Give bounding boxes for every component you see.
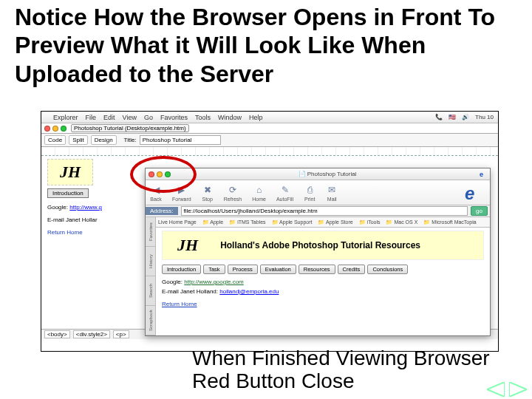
bg-intro-tab[interactable]: Introduction bbox=[47, 188, 89, 198]
dw-ruler bbox=[41, 147, 498, 156]
slide-nav bbox=[486, 381, 528, 398]
home-icon: ⌂ bbox=[253, 184, 265, 196]
dw-document-bar: Photoshop Tutorial (Desktop/example.htm) bbox=[41, 123, 498, 134]
autofill-button[interactable]: ✎AutoFill bbox=[276, 184, 293, 202]
dw-minimize-icon[interactable] bbox=[52, 126, 58, 132]
print-button[interactable]: ⎙Print bbox=[304, 184, 316, 202]
next-slide-button[interactable] bbox=[508, 381, 528, 398]
dw-close-icon[interactable] bbox=[44, 126, 50, 132]
stop-button[interactable]: ✖Stop bbox=[202, 184, 214, 202]
svg-marker-0 bbox=[487, 382, 505, 397]
menu-window[interactable]: Window bbox=[218, 114, 242, 121]
tab-evaluation[interactable]: Evaluation bbox=[260, 265, 296, 274]
dw-zoom-icon[interactable] bbox=[61, 126, 66, 132]
fav-apple[interactable]: Apple bbox=[202, 219, 223, 225]
stop-icon: ✖ bbox=[202, 184, 214, 196]
page-jh-logo: JH bbox=[168, 234, 207, 256]
print-icon: ⎙ bbox=[304, 184, 316, 196]
prev-slide-button[interactable] bbox=[486, 381, 505, 398]
dw-design-button[interactable]: Design bbox=[91, 135, 117, 145]
browser-zoom-button[interactable] bbox=[165, 171, 171, 177]
ie-logo-icon: e bbox=[480, 171, 487, 178]
page-google-link[interactable]: http://www.google.com bbox=[184, 279, 243, 285]
dw-tag-div[interactable]: <div.style2> bbox=[73, 330, 110, 338]
menu-go[interactable]: Go bbox=[144, 114, 153, 121]
forward-icon: ▶ bbox=[176, 184, 188, 196]
side-tab-history[interactable]: History bbox=[146, 247, 155, 276]
mail-icon: ✉ bbox=[326, 184, 338, 196]
menu-file[interactable]: File bbox=[86, 114, 97, 121]
page-email-link[interactable]: hollandj@emporia.edu bbox=[219, 288, 279, 295]
fav-mactopia[interactable]: Microsoft MacTopia bbox=[423, 219, 476, 225]
side-tab-search[interactable]: Search bbox=[146, 276, 155, 306]
page-google-label: Google: bbox=[162, 279, 183, 285]
bg-google-link[interactable]: http://www.g bbox=[69, 204, 102, 211]
svg-marker-1 bbox=[509, 382, 527, 397]
screenshot-stage: Explorer File Edit View Go Favorites Too… bbox=[41, 111, 499, 352]
browser-toolbar: ◀Back ▶Forward ✖Stop ⟳Refresh ⌂Home ✎Aut… bbox=[146, 180, 490, 205]
ie-throbber-icon: e bbox=[465, 183, 485, 204]
phone-icon[interactable]: 📞 bbox=[435, 114, 443, 120]
page-tabs: Introduction Task Process Evaluation Res… bbox=[162, 265, 484, 274]
clock[interactable]: Thu 10 bbox=[475, 114, 494, 120]
browser-side-tabs: Favorites History Search Scrapbook bbox=[146, 217, 156, 335]
side-tab-favorites[interactable]: Favorites bbox=[146, 217, 155, 247]
tab-credits[interactable]: Credits bbox=[338, 265, 366, 274]
tab-resources[interactable]: Resources bbox=[299, 265, 335, 274]
menu-favorites[interactable]: Favorites bbox=[160, 114, 188, 121]
autofill-icon: ✎ bbox=[279, 184, 291, 196]
back-icon: ◀ bbox=[150, 184, 162, 196]
page-email-label: E-mail Janet Holland: bbox=[162, 288, 218, 295]
page-hero-title: Holland's Adobe Photoshop Tutorial Resou… bbox=[220, 240, 420, 250]
tab-conclusions[interactable]: Conclusions bbox=[367, 265, 408, 274]
bg-google-label: Google: bbox=[47, 204, 68, 211]
refresh-icon: ⟳ bbox=[227, 184, 239, 196]
address-bar: Address: file://localhost/Users/jholland… bbox=[146, 205, 490, 217]
address-input[interactable]: file://localhost/Users/jholland/Desktop/… bbox=[181, 206, 468, 216]
refresh-button[interactable]: ⟳Refresh bbox=[224, 184, 242, 202]
menu-help[interactable]: Help bbox=[249, 114, 263, 121]
fav-macosx[interactable]: Mac OS X bbox=[386, 219, 417, 225]
dw-code-button[interactable]: Code bbox=[44, 135, 66, 145]
favorites-bar: Live Home Page Apple iTMS Tables Apple S… bbox=[146, 217, 490, 228]
fav-live-home[interactable]: Live Home Page bbox=[150, 219, 197, 225]
dw-tag-p[interactable]: <p> bbox=[113, 330, 129, 338]
fav-support[interactable]: Apple Support bbox=[272, 219, 313, 225]
slide-bottom-text: When Finished Viewing Browser Red Button… bbox=[192, 347, 532, 393]
address-label: Address: bbox=[146, 207, 178, 215]
tab-introduction[interactable]: Introduction bbox=[162, 265, 201, 274]
back-button[interactable]: ◀Back bbox=[150, 184, 162, 202]
dw-title-label: Title: bbox=[124, 137, 137, 143]
menu-explorer[interactable]: Explorer bbox=[53, 114, 78, 121]
menu-edit[interactable]: Edit bbox=[103, 114, 115, 121]
dw-title-input[interactable] bbox=[140, 135, 221, 145]
fav-itms[interactable]: iTMS Tables bbox=[229, 219, 265, 225]
browser-title: 📄 Photoshop Tutorial bbox=[175, 171, 480, 177]
browser-titlebar[interactable]: 📄 Photoshop Tutorial e bbox=[146, 168, 490, 180]
go-button[interactable]: go bbox=[471, 206, 488, 216]
browser-minimize-button[interactable] bbox=[157, 171, 163, 177]
tab-process[interactable]: Process bbox=[228, 265, 258, 274]
dw-split-button[interactable]: Split bbox=[69, 135, 88, 145]
tab-task[interactable]: Task bbox=[203, 265, 225, 274]
dw-toolbar: Code Split Design Title: bbox=[41, 134, 498, 147]
menu-tools[interactable]: Tools bbox=[195, 114, 211, 121]
mac-menubar: Explorer File Edit View Go Favorites Too… bbox=[41, 112, 498, 123]
mail-button[interactable]: ✉Mail bbox=[326, 184, 338, 202]
menu-view[interactable]: View bbox=[123, 114, 137, 121]
dw-tag-body[interactable]: <body> bbox=[44, 330, 70, 338]
side-tab-scrapbook[interactable]: Scrapbook bbox=[146, 306, 155, 335]
browser-page: JH Holland's Adobe Photoshop Tutorial Re… bbox=[156, 228, 490, 335]
volume-icon[interactable]: 🔊 bbox=[462, 114, 469, 120]
browser-close-button[interactable] bbox=[149, 171, 154, 177]
flag-icon[interactable]: 🇺🇸 bbox=[449, 114, 456, 120]
page-return-link[interactable]: Return Home bbox=[162, 301, 484, 307]
forward-button[interactable]: ▶Forward bbox=[172, 184, 191, 202]
slide-title: Notice How the Browser Opens in Front To… bbox=[0, 0, 532, 94]
fav-store[interactable]: Apple Store bbox=[318, 219, 352, 225]
fav-itools[interactable]: iTools bbox=[359, 219, 381, 225]
dw-document-tab[interactable]: Photoshop Tutorial (Desktop/example.htm) bbox=[71, 124, 189, 132]
browser-window: 📄 Photoshop Tutorial e ◀Back ▶Forward ✖S… bbox=[145, 168, 491, 336]
bg-jh-logo: JH bbox=[51, 161, 89, 183]
home-button[interactable]: ⌂Home bbox=[252, 184, 266, 202]
